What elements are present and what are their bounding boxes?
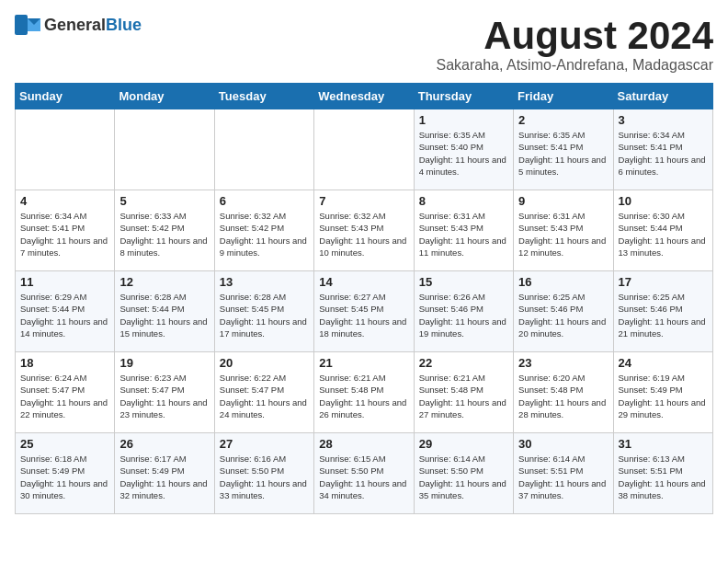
svg-rect-0 <box>15 15 28 35</box>
title-area: August 2024 Sakaraha, Atsimo-Andrefana, … <box>437 15 714 74</box>
day-number: 28 <box>319 437 408 451</box>
calendar-table: SundayMondayTuesdayWednesdayThursdayFrid… <box>15 83 713 514</box>
day-cell: 21Sunrise: 6:21 AMSunset: 5:48 PMDayligh… <box>314 352 414 433</box>
day-info: Sunrise: 6:25 AMSunset: 5:46 PMDaylight:… <box>619 291 708 339</box>
logo-icon <box>15 15 40 35</box>
dow-header-saturday: Saturday <box>613 84 712 109</box>
week-row-5: 25Sunrise: 6:18 AMSunset: 5:49 PMDayligh… <box>16 433 713 514</box>
logo: GeneralBlue <box>15 15 142 35</box>
calendar-body: 1Sunrise: 6:35 AMSunset: 5:40 PMDaylight… <box>16 109 713 514</box>
day-cell: 1Sunrise: 6:35 AMSunset: 5:40 PMDaylight… <box>414 109 513 190</box>
day-cell: 24Sunrise: 6:19 AMSunset: 5:49 PMDayligh… <box>613 352 712 433</box>
day-info: Sunrise: 6:35 AMSunset: 5:40 PMDaylight:… <box>419 129 508 178</box>
day-info: Sunrise: 6:13 AMSunset: 5:51 PMDaylight:… <box>619 453 708 501</box>
day-info: Sunrise: 6:24 AMSunset: 5:47 PMDaylight:… <box>20 372 109 420</box>
day-cell: 31Sunrise: 6:13 AMSunset: 5:51 PMDayligh… <box>613 433 712 514</box>
day-info: Sunrise: 6:21 AMSunset: 5:48 PMDaylight:… <box>319 372 408 420</box>
dow-header-monday: Monday <box>115 84 214 109</box>
dow-header-wednesday: Wednesday <box>314 84 414 109</box>
day-cell: 22Sunrise: 6:21 AMSunset: 5:48 PMDayligh… <box>414 352 513 433</box>
day-number: 24 <box>619 356 708 370</box>
day-cell: 19Sunrise: 6:23 AMSunset: 5:47 PMDayligh… <box>115 352 214 433</box>
day-cell: 10Sunrise: 6:30 AMSunset: 5:44 PMDayligh… <box>613 190 712 271</box>
day-number: 29 <box>419 437 508 451</box>
day-cell: 20Sunrise: 6:22 AMSunset: 5:47 PMDayligh… <box>214 352 313 433</box>
day-info: Sunrise: 6:26 AMSunset: 5:46 PMDaylight:… <box>419 291 508 339</box>
day-info: Sunrise: 6:22 AMSunset: 5:47 PMDaylight:… <box>220 372 309 420</box>
day-cell: 27Sunrise: 6:16 AMSunset: 5:50 PMDayligh… <box>214 433 313 514</box>
day-number: 25 <box>20 437 109 451</box>
day-info: Sunrise: 6:27 AMSunset: 5:45 PMDaylight:… <box>319 291 408 339</box>
day-number: 10 <box>619 194 708 208</box>
dow-header-tuesday: Tuesday <box>214 84 313 109</box>
calendar-title: August 2024 <box>437 15 714 57</box>
day-info: Sunrise: 6:17 AMSunset: 5:49 PMDaylight:… <box>119 453 209 501</box>
day-cell <box>314 109 414 190</box>
day-info: Sunrise: 6:15 AMSunset: 5:50 PMDaylight:… <box>319 453 408 501</box>
days-of-week-row: SundayMondayTuesdayWednesdayThursdayFrid… <box>16 84 713 109</box>
week-row-2: 4Sunrise: 6:34 AMSunset: 5:41 PMDaylight… <box>16 190 713 271</box>
dow-header-sunday: Sunday <box>16 84 115 109</box>
day-info: Sunrise: 6:34 AMSunset: 5:41 PMDaylight:… <box>20 210 109 259</box>
day-cell <box>16 109 115 190</box>
day-info: Sunrise: 6:28 AMSunset: 5:44 PMDaylight:… <box>119 291 209 339</box>
day-cell: 6Sunrise: 6:32 AMSunset: 5:42 PMDaylight… <box>214 190 313 271</box>
header: GeneralBlue August 2024 Sakaraha, Atsimo… <box>15 15 713 74</box>
day-info: Sunrise: 6:32 AMSunset: 5:42 PMDaylight:… <box>220 210 309 259</box>
day-number: 5 <box>119 194 209 208</box>
dow-header-friday: Friday <box>514 84 613 109</box>
calendar-subtitle: Sakaraha, Atsimo-Andrefana, Madagascar <box>437 57 714 74</box>
day-info: Sunrise: 6:35 AMSunset: 5:41 PMDaylight:… <box>518 129 608 178</box>
day-number: 13 <box>220 275 309 289</box>
day-info: Sunrise: 6:19 AMSunset: 5:49 PMDaylight:… <box>619 372 708 420</box>
day-cell: 26Sunrise: 6:17 AMSunset: 5:49 PMDayligh… <box>115 433 214 514</box>
day-number: 31 <box>619 437 708 451</box>
day-number: 15 <box>419 275 508 289</box>
week-row-3: 11Sunrise: 6:29 AMSunset: 5:44 PMDayligh… <box>16 271 713 352</box>
day-info: Sunrise: 6:20 AMSunset: 5:48 PMDaylight:… <box>518 372 608 420</box>
day-number: 30 <box>518 437 608 451</box>
day-number: 8 <box>419 194 508 208</box>
day-number: 27 <box>220 437 309 451</box>
day-number: 9 <box>518 194 608 208</box>
day-cell: 29Sunrise: 6:14 AMSunset: 5:50 PMDayligh… <box>414 433 513 514</box>
day-info: Sunrise: 6:32 AMSunset: 5:43 PMDaylight:… <box>319 210 408 259</box>
day-cell <box>115 109 214 190</box>
day-cell: 12Sunrise: 6:28 AMSunset: 5:44 PMDayligh… <box>115 271 214 352</box>
day-cell: 18Sunrise: 6:24 AMSunset: 5:47 PMDayligh… <box>16 352 115 433</box>
day-number: 2 <box>518 113 608 127</box>
day-number: 26 <box>119 437 209 451</box>
day-cell: 14Sunrise: 6:27 AMSunset: 5:45 PMDayligh… <box>314 271 414 352</box>
dow-header-thursday: Thursday <box>414 84 513 109</box>
day-cell: 15Sunrise: 6:26 AMSunset: 5:46 PMDayligh… <box>414 271 513 352</box>
day-number: 20 <box>220 356 309 370</box>
day-number: 12 <box>119 275 209 289</box>
day-info: Sunrise: 6:23 AMSunset: 5:47 PMDaylight:… <box>119 372 209 420</box>
day-cell: 13Sunrise: 6:28 AMSunset: 5:45 PMDayligh… <box>214 271 313 352</box>
day-number: 1 <box>419 113 508 127</box>
day-info: Sunrise: 6:14 AMSunset: 5:51 PMDaylight:… <box>518 453 608 501</box>
day-number: 17 <box>619 275 708 289</box>
day-cell: 3Sunrise: 6:34 AMSunset: 5:41 PMDaylight… <box>613 109 712 190</box>
day-cell: 11Sunrise: 6:29 AMSunset: 5:44 PMDayligh… <box>16 271 115 352</box>
day-info: Sunrise: 6:18 AMSunset: 5:49 PMDaylight:… <box>20 453 109 501</box>
day-number: 7 <box>319 194 408 208</box>
day-cell: 2Sunrise: 6:35 AMSunset: 5:41 PMDaylight… <box>514 109 613 190</box>
logo-general: GeneralBlue <box>44 16 142 35</box>
day-cell <box>214 109 313 190</box>
day-info: Sunrise: 6:33 AMSunset: 5:42 PMDaylight:… <box>119 210 209 259</box>
day-cell: 28Sunrise: 6:15 AMSunset: 5:50 PMDayligh… <box>314 433 414 514</box>
day-cell: 5Sunrise: 6:33 AMSunset: 5:42 PMDaylight… <box>115 190 214 271</box>
day-info: Sunrise: 6:30 AMSunset: 5:44 PMDaylight:… <box>619 210 708 259</box>
day-info: Sunrise: 6:29 AMSunset: 5:44 PMDaylight:… <box>20 291 109 339</box>
day-number: 11 <box>20 275 109 289</box>
day-number: 16 <box>518 275 608 289</box>
day-number: 22 <box>419 356 508 370</box>
day-number: 21 <box>319 356 408 370</box>
week-row-1: 1Sunrise: 6:35 AMSunset: 5:40 PMDaylight… <box>16 109 713 190</box>
day-cell: 9Sunrise: 6:31 AMSunset: 5:43 PMDaylight… <box>514 190 613 271</box>
day-info: Sunrise: 6:31 AMSunset: 5:43 PMDaylight:… <box>419 210 508 259</box>
day-cell: 17Sunrise: 6:25 AMSunset: 5:46 PMDayligh… <box>613 271 712 352</box>
day-info: Sunrise: 6:21 AMSunset: 5:48 PMDaylight:… <box>419 372 508 420</box>
day-cell: 4Sunrise: 6:34 AMSunset: 5:41 PMDaylight… <box>16 190 115 271</box>
